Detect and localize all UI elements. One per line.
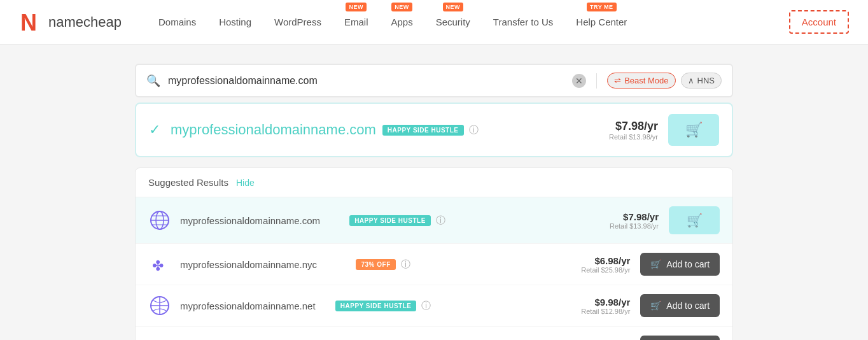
row-cart-icon-0: 🛒 [687,213,703,228]
search-actions: ✕ ⇌ Beast Mode ∧ HNS [572,73,722,89]
hns-label: HNS [697,76,715,85]
primary-add-to-cart-button[interactable]: 🛒 [668,114,719,146]
svg-text:N: N [20,10,37,34]
svg-text:✤: ✤ [152,258,164,274]
nav-security-label: Security [436,17,470,27]
nav-hosting-label: Hosting [219,17,251,27]
nav-apps-badge: NEW [391,3,412,11]
nav-security[interactable]: NEW Security [424,17,482,27]
table-row: ♣ myprofessionaldomainname.org HAPPY SID… [136,327,732,340]
nav-help-label: Help Center [576,17,627,27]
search-bar: 🔍 myprofessionaldomainname.com ✕ ⇌ Beast… [135,64,733,97]
row-add-to-cart-button-2[interactable]: 🛒 Add to cart [640,294,720,317]
domain-icon-org: ♣ [148,336,171,340]
main-content: 🔍 myprofessionaldomainname.com ✕ ⇌ Beast… [116,45,752,340]
domain-icon-net [148,294,171,317]
nav-domains-label: Domains [158,17,196,27]
main-nav: Domains Hosting WordPress NEW Email NEW … [147,17,789,27]
primary-badge: HAPPY SIDE HUSTLE [382,125,464,136]
logo-icon: N [19,10,43,34]
suggested-title: Suggested Results [148,177,228,188]
nav-hosting[interactable]: Hosting [207,17,263,27]
suggested-header: Suggested Results Hide [136,168,732,197]
row-price-main-3: $7.98/yr [581,338,630,341]
row-cart-button-0[interactable]: 🛒 [669,206,720,234]
search-divider [596,73,597,89]
row-add-to-cart-button-3[interactable]: 🛒 Add to cart [640,336,720,340]
nav-email-label: Email [344,17,368,27]
row-add-to-cart-button-1[interactable]: 🛒 Add to cart [640,253,720,276]
row-price-main-0: $7.98/yr [610,211,659,222]
primary-domain-name: myprofessionaldomainname.com [171,122,376,138]
nav-apps-label: Apps [391,17,412,27]
row-domain-1: myprofessionaldomainname.nyc [180,259,351,270]
beast-mode-icon: ⇌ [614,76,621,85]
logo[interactable]: N namecheap [19,10,122,34]
logo-text: namecheap [48,14,122,31]
primary-price-area: $7.98/yr Retail $13.98/yr [609,120,658,141]
primary-price-retail: Retail $13.98/yr [609,133,658,141]
nav-wordpress[interactable]: WordPress [263,17,333,27]
hide-button[interactable]: Hide [236,178,255,188]
row-price-1: $6.98/yr Retail $25.98/yr [581,255,630,274]
row-price-retail-1: Retail $25.98/yr [581,266,630,274]
table-row: ✤ myprofessionaldomainname.nyc 73% OFF ⓘ… [136,244,732,285]
row-price-2: $9.98/yr Retail $12.98/yr [581,297,630,315]
hns-button[interactable]: ∧ HNS [681,73,722,89]
search-icon: 🔍 [146,74,160,88]
beast-mode-button[interactable]: ⇌ Beast Mode [607,73,675,89]
nav-apps[interactable]: NEW Apps [379,17,424,27]
check-icon: ✓ [149,122,160,138]
nav-help[interactable]: TRY ME Help Center [564,17,638,27]
nav-domains[interactable]: Domains [147,17,207,27]
primary-info-icon[interactable]: ⓘ [469,124,479,136]
row-price-main-2: $9.98/yr [581,297,630,308]
row-cart-label-2: Add to cart [666,301,710,311]
header: N namecheap Domains Hosting WordPress NE… [0,0,868,45]
row-price-3: $7.98/yr Retail $12.98/yr [581,338,630,341]
row-info-icon-2[interactable]: ⓘ [421,300,431,312]
row-price-retail-0: Retail $13.98/yr [610,222,659,230]
row-info-icon-1[interactable]: ⓘ [401,259,410,271]
row-price-retail-2: Retail $12.98/yr [581,308,630,315]
table-row: myprofessionaldomainname.net HAPPY SIDE … [136,285,732,327]
table-row: myprofessionaldomainname.com HAPPY SIDE … [136,197,732,244]
nav-transfer[interactable]: Transfer to Us [482,17,564,27]
row-badge-1: 73% OFF [356,259,395,270]
nav-email-badge: NEW [346,3,367,11]
row-price-main-1: $6.98/yr [581,255,630,266]
nav-security-badge: NEW [443,3,464,11]
row-cart-icon-1: 🛒 [650,259,661,269]
primary-result: ✓ myprofessionaldomainname.com HAPPY SID… [135,103,733,157]
row-badge-2: HAPPY SIDE HUSTLE [335,301,417,311]
row-cart-label-1: Add to cart [666,259,710,269]
domain-icon-nyc: ✤ [148,253,171,276]
nav-help-badge: TRY ME [587,3,617,11]
nav-email[interactable]: NEW Email [333,17,380,27]
beast-mode-label: Beast Mode [624,76,668,85]
clear-button[interactable]: ✕ [572,74,586,88]
account-button[interactable]: Account [789,10,849,34]
primary-price-main: $7.98/yr [609,120,658,133]
row-domain-0: myprofessionaldomainname.com [180,215,344,226]
suggested-results-section: Suggested Results Hide myprofessionaldom… [135,167,733,340]
row-domain-2: myprofessionaldomainname.net [180,301,330,311]
row-cart-icon-2: 🛒 [650,301,661,311]
row-price-0: $7.98/yr Retail $13.98/yr [610,211,659,230]
nav-transfer-label: Transfer to Us [493,17,553,27]
domain-icon-com [148,209,171,232]
nav-wordpress-label: WordPress [274,17,321,27]
hns-icon: ∧ [688,76,694,85]
row-info-icon-0[interactable]: ⓘ [436,215,445,227]
primary-cart-icon: 🛒 [685,122,703,138]
row-badge-0: HAPPY SIDE HUSTLE [349,215,431,226]
search-value[interactable]: myprofessionaldomainname.com [168,75,572,87]
